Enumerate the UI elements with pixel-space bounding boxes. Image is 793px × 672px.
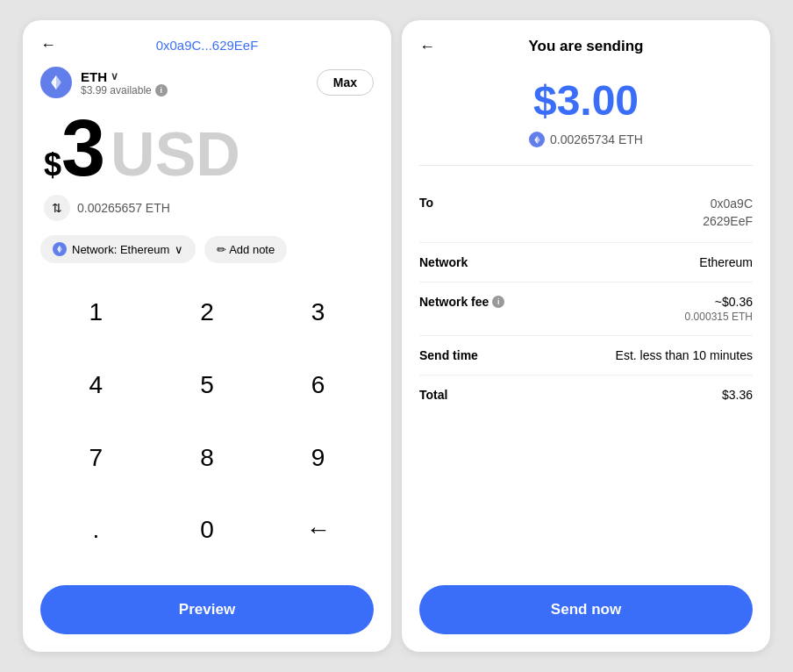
token-info: ETH ∨ $3.99 available i <box>40 67 168 98</box>
numpad-4[interactable]: 4 <box>40 354 152 417</box>
eth-amount-text: 0.00265657 ETH <box>77 201 170 215</box>
send-now-button[interactable]: Send now <box>419 585 753 634</box>
max-button[interactable]: Max <box>317 69 374 96</box>
left-header: ← 0x0a9C...629EeF <box>40 38 374 53</box>
network-row: Network Ethereum <box>419 243 753 282</box>
send-amount-usd: $3.00 <box>419 76 753 125</box>
numpad-2[interactable]: 2 <box>152 281 263 344</box>
numpad-5[interactable]: 5 <box>152 354 263 417</box>
numpad-backspace[interactable]: ← <box>262 498 374 561</box>
numpad-9[interactable]: 9 <box>262 426 374 490</box>
eth-amount-row: ⇅ 0.00265657 ETH <box>40 195 374 221</box>
to-label: To <box>419 196 433 210</box>
total-value: $3.36 <box>722 388 753 402</box>
info-icon[interactable]: i <box>155 84 168 97</box>
network-value: Ethereum <box>699 255 753 269</box>
left-back-button[interactable]: ← <box>40 36 56 54</box>
network-label-right: Network <box>419 255 468 269</box>
network-selector-button[interactable]: Network: Ethereum ∨ <box>40 235 196 263</box>
right-header: ← You are sending <box>419 38 753 55</box>
send-time-row: Send time Est. less than 10 minutes <box>419 336 753 375</box>
amount-display: $ 3 USD <box>40 109 374 188</box>
network-label: Network: Ethereum <box>72 243 169 256</box>
numpad-3[interactable]: 3 <box>262 281 374 344</box>
send-eth-icon <box>529 132 545 147</box>
send-eth-amount: 0.00265734 ETH <box>550 132 643 147</box>
transaction-details: To 0x0a9C 2629EeF Network Ethereum Netwo… <box>419 183 753 568</box>
right-panel: ← You are sending $3.00 0.00265734 ETH <box>402 20 770 652</box>
add-note-button[interactable]: ✏ Add note <box>204 236 287 263</box>
total-label: Total <box>419 388 447 402</box>
right-back-button[interactable]: ← <box>419 38 435 56</box>
numpad-6[interactable]: 6 <box>262 354 374 417</box>
fee-usd: ~$0.36 <box>685 295 753 309</box>
preview-button[interactable]: Preview <box>40 585 374 634</box>
recipient-address: 0x0a9C...629EeF <box>156 38 259 53</box>
numpad-0[interactable]: 0 <box>152 498 263 561</box>
left-panel: ← 0x0a9C...629EeF ETH <box>23 20 391 652</box>
network-fee-row: Network fee i ~$0.36 0.000315 ETH <box>419 282 753 336</box>
numpad-7[interactable]: 7 <box>40 426 152 490</box>
right-panel-title: You are sending <box>529 38 644 55</box>
send-time-value: Est. less than 10 minutes <box>616 348 753 362</box>
to-row: To 0x0a9C 2629EeF <box>419 183 753 243</box>
fee-info-icon[interactable]: i <box>492 296 504 308</box>
numpad: 123456789.0← <box>40 281 374 571</box>
fee-label: Network fee i <box>419 295 504 309</box>
to-address: 0x0a9C 2629EeF <box>703 196 753 230</box>
swap-currency-button[interactable]: ⇅ <box>44 195 70 221</box>
total-row: Total $3.36 <box>419 375 753 414</box>
token-chevron-icon: ∨ <box>111 70 118 82</box>
controls-row: Network: Ethereum ∨ ✏ Add note <box>40 235 374 263</box>
fee-eth: 0.000315 ETH <box>685 311 753 323</box>
send-time-label: Send time <box>419 348 478 362</box>
network-chevron-icon: ∨ <box>175 243 183 256</box>
dollar-sign: $ <box>44 149 61 181</box>
eth-icon <box>40 67 72 98</box>
fee-value-container: ~$0.36 0.000315 ETH <box>685 295 753 323</box>
send-amount-eth: 0.00265734 ETH <box>419 132 753 166</box>
numpad-1[interactable]: 1 <box>40 281 152 344</box>
token-row: ETH ∨ $3.99 available i Max <box>40 67 374 98</box>
amount-number: 3 <box>61 109 105 188</box>
amount-currency: USD <box>111 124 240 185</box>
numpad-8[interactable]: 8 <box>152 426 263 490</box>
token-selector[interactable]: ETH ∨ <box>81 69 168 84</box>
token-available: $3.99 available i <box>81 84 168 97</box>
numpad-decimal[interactable]: . <box>40 498 152 561</box>
network-eth-icon <box>53 242 67 256</box>
token-details: ETH ∨ $3.99 available i <box>81 69 168 97</box>
